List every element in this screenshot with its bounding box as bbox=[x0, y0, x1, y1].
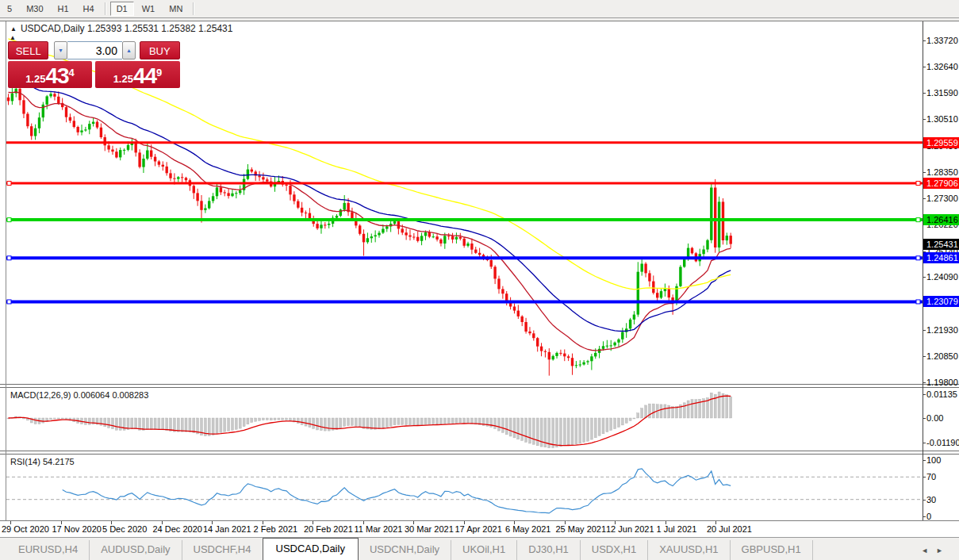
line-handle bbox=[916, 300, 920, 304]
date-axis-label: 11 Mar 2021 bbox=[355, 524, 403, 534]
date-axis-label: 20 Jul 2021 bbox=[707, 524, 752, 534]
rsi-scale-label: 30 bbox=[926, 494, 936, 505]
tab-scroll-arrows[interactable]: ◄► bbox=[921, 547, 951, 554]
rsi-scale-tick bbox=[923, 516, 926, 517]
chart-tab-audusd[interactable]: AUDUSD,Daily bbox=[90, 540, 182, 560]
buy-price-base: 1.25 bbox=[113, 71, 133, 86]
rsi-title: RSI(14) 54.2175 bbox=[10, 457, 75, 466]
level-price-badge: 1.26416 bbox=[923, 214, 959, 225]
date-axis-label: 30 Mar 2021 bbox=[405, 524, 454, 534]
buy-price-pips: 44 bbox=[133, 66, 156, 86]
chart-tab-dj30[interactable]: DJ30,H1 bbox=[517, 540, 581, 560]
chart-tab-usdcnh[interactable]: USDCNH,Daily bbox=[359, 540, 451, 560]
timeframe-button-w1[interactable]: W1 bbox=[136, 2, 162, 16]
horizontal-level-line[interactable] bbox=[6, 300, 923, 304]
macd-scale-label: 0.00 bbox=[926, 412, 943, 424]
volume-decrease-button[interactable]: ▼ bbox=[54, 41, 67, 59]
price-scale-tick bbox=[923, 119, 926, 120]
trade-panel-collapse-icon[interactable]: ▲ bbox=[10, 34, 16, 41]
rsi-scale-label: 100 bbox=[926, 455, 941, 466]
sell-price-base: 1.25 bbox=[25, 71, 45, 86]
price-scale-tick bbox=[923, 382, 926, 383]
buy-button[interactable]: BUY bbox=[140, 41, 180, 59]
price-scale-label: 1.32640 bbox=[926, 61, 958, 72]
price-scale-label: 1.31590 bbox=[926, 87, 958, 98]
macd-scale-label: 0.01135 bbox=[926, 389, 957, 400]
date-axis-label: 2 Feb 2021 bbox=[254, 524, 298, 534]
level-price-badge: 1.24861 bbox=[923, 252, 959, 263]
volume-increase-button[interactable]: ▲ bbox=[122, 41, 136, 59]
sell-button[interactable]: SELL bbox=[8, 41, 48, 59]
chart-tab-gbpusd[interactable]: GBPUSD,H1 bbox=[731, 540, 813, 560]
price-scale-label: 1.27300 bbox=[926, 193, 958, 204]
rsi-scale-tick bbox=[923, 477, 926, 478]
date-axis-label: 6 May 2021 bbox=[505, 524, 550, 534]
price-scale-tick bbox=[923, 198, 926, 199]
price-scale-label: 1.19800 bbox=[926, 377, 958, 388]
date-axis-label: 5 Dec 2020 bbox=[102, 524, 147, 534]
sell-price-display[interactable]: 1.25 43 4 bbox=[8, 61, 92, 88]
timeframe-button-h1[interactable]: H1 bbox=[52, 2, 75, 16]
price-axis-line[interactable] bbox=[923, 21, 923, 520]
toolbar-separator bbox=[193, 2, 194, 15]
line-handle bbox=[7, 182, 11, 186]
chart-tab-bar: EURUSD,H4AUDUSD,DailyUSDCHF,H4USDCAD,Dai… bbox=[0, 537, 959, 560]
macd-scale-label: -0.011904 bbox=[926, 437, 959, 448]
level-price-badge: 1.23079 bbox=[923, 296, 959, 307]
level-price-badge: 1.29559 bbox=[923, 137, 959, 148]
timeframe-button-h4[interactable]: H4 bbox=[77, 2, 101, 16]
macd-scale-tick bbox=[923, 394, 926, 395]
rsi-scale-tick bbox=[923, 500, 926, 501]
price-scale-tick bbox=[923, 67, 926, 67]
timeframe-button-5[interactable]: 5 bbox=[1, 2, 18, 16]
macd-scale-tick bbox=[923, 443, 926, 443]
line-handle bbox=[916, 182, 920, 186]
chart-tab-usdx[interactable]: USDX,H1 bbox=[581, 540, 648, 560]
price-scale-tick bbox=[923, 40, 926, 41]
chart-left-border bbox=[6, 21, 6, 520]
date-axis-label: 24 Dec 2020 bbox=[153, 524, 202, 534]
buy-price-point: 9 bbox=[156, 61, 162, 85]
chart-bottom-border bbox=[0, 520, 959, 521]
macd-title: MACD(12,26,9) 0.006064 0.008283 bbox=[10, 390, 148, 400]
date-axis-label: 25 May 2021 bbox=[556, 524, 607, 534]
price-scale-label: 1.20850 bbox=[926, 351, 958, 362]
tab-scroll-right-icon[interactable]: ► bbox=[936, 547, 951, 554]
date-axis-label: 29 Oct 2020 bbox=[2, 524, 49, 534]
date-axis-label: 20 Feb 2021 bbox=[304, 524, 353, 534]
timeframe-button-mn[interactable]: MN bbox=[163, 2, 189, 16]
rsi-indicator-canvas[interactable] bbox=[6, 455, 923, 520]
rsi-scale-tick bbox=[923, 460, 926, 461]
macd-scale-tick bbox=[923, 418, 926, 419]
line-handle bbox=[7, 300, 11, 304]
date-axis-label: 14 Jan 2021 bbox=[203, 524, 251, 534]
chart-tab-xauusd[interactable]: XAUUSD,H1 bbox=[648, 540, 730, 560]
mt4-terminal: 5M30H1H4D1W1MN ▲USDCAD,Daily 1.25393 1.2… bbox=[0, 0, 959, 560]
toolbar-separator bbox=[105, 2, 106, 15]
horizontal-level-line[interactable] bbox=[6, 182, 923, 186]
line-handle bbox=[916, 256, 920, 260]
chart-tab-usdchf[interactable]: USDCHF,H4 bbox=[182, 540, 263, 560]
volume-input[interactable] bbox=[67, 41, 122, 59]
level-price-badge: 1.27906 bbox=[923, 178, 959, 189]
price-scale-tick bbox=[923, 93, 926, 94]
timeframe-button-d1[interactable]: D1 bbox=[110, 2, 134, 16]
timeframe-button-m30[interactable]: M30 bbox=[20, 2, 49, 16]
chart-tab-ukoil[interactable]: UKOil,H1 bbox=[451, 540, 517, 560]
rsi-scale-label: 0 bbox=[926, 511, 931, 522]
sell-price-pips: 43 bbox=[45, 66, 68, 86]
horizontal-level-line[interactable] bbox=[6, 218, 923, 222]
chart-tab-usdcad[interactable]: USDCAD,Daily bbox=[263, 538, 359, 560]
price-scale-tick bbox=[923, 277, 926, 278]
buy-price-display[interactable]: 1.25 44 9 bbox=[95, 61, 180, 88]
line-handle bbox=[916, 218, 920, 222]
current-price-badge: 1.25431 bbox=[923, 239, 959, 250]
line-handle bbox=[7, 218, 11, 222]
chart-tab-eurusd[interactable]: EURUSD,H4 bbox=[7, 540, 90, 560]
tab-scroll-left-icon[interactable]: ◄ bbox=[921, 547, 936, 554]
one-click-trading-panel: SELL ▼ ▲ BUY 1.25 43 4 1.25 44 9 bbox=[8, 41, 180, 88]
timeframe-toolbar: 5M30H1H4D1W1MN bbox=[0, 0, 959, 18]
date-axis-label: 17 Apr 2021 bbox=[455, 524, 502, 534]
price-scale-tick bbox=[923, 172, 926, 173]
horizontal-level-line[interactable] bbox=[6, 256, 923, 260]
